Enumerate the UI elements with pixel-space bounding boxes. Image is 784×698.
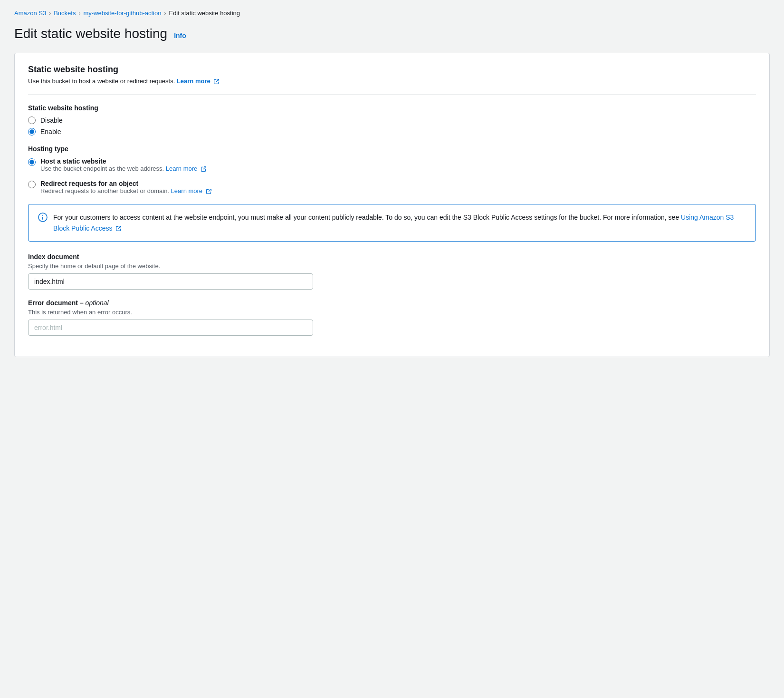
divider-1 — [28, 94, 756, 95]
breadcrumb-current: Edit static website hosting — [169, 10, 240, 17]
info-box-text: For your customers to access content at … — [53, 212, 746, 233]
info-link[interactable]: Info — [174, 32, 186, 39]
redirect-option[interactable]: Redirect requests for an object Redirect… — [28, 180, 756, 194]
error-doc-label: Error document – optional — [28, 299, 756, 307]
redirect-radio[interactable] — [28, 181, 36, 188]
page-header: Edit static website hosting Info — [14, 26, 770, 41]
enable-label: Enable — [40, 128, 61, 136]
index-doc-desc: Specify the home or default page of the … — [28, 262, 756, 270]
error-doc-field: Error document – optional This is return… — [28, 299, 756, 336]
svg-rect-1 — [42, 217, 43, 220]
redirect-learn-more[interactable]: Learn more — [171, 187, 212, 194]
hosting-type-group: Hosting type Host a static website Use t… — [28, 145, 756, 194]
host-static-learn-label: Learn more — [166, 165, 197, 172]
breadcrumb-sep-1: › — [49, 10, 51, 17]
hosting-type-label: Hosting type — [28, 145, 756, 153]
external-link-icon-2 — [201, 166, 207, 172]
host-static-desc-text: Use the bucket endpoint as the web addre… — [40, 165, 164, 172]
enable-option[interactable]: Enable — [28, 128, 756, 136]
index-doc-input[interactable] — [28, 273, 313, 290]
card-section-desc: Use this bucket to host a website or red… — [28, 78, 756, 85]
error-doc-input[interactable] — [28, 320, 313, 336]
breadcrumb-buckets[interactable]: Buckets — [54, 10, 76, 17]
disable-option[interactable]: Disable — [28, 116, 756, 124]
static-hosting-label: Static website hosting — [28, 104, 756, 112]
static-hosting-group: Static website hosting Disable Enable — [28, 104, 756, 136]
breadcrumb: Amazon S3 › Buckets › my-website-for-git… — [14, 10, 770, 17]
error-doc-label-text: Error document — [28, 299, 78, 307]
redirect-desc-text: Redirect requests to another bucket or d… — [40, 187, 169, 194]
learn-more-label-1: Learn more — [177, 78, 210, 85]
breadcrumb-amazon-s3[interactable]: Amazon S3 — [14, 10, 46, 17]
card-section-title: Static website hosting — [28, 65, 756, 75]
error-doc-desc: This is returned when an error occurs. — [28, 309, 756, 316]
external-link-icon-3 — [206, 188, 212, 194]
error-doc-dash: – — [80, 299, 86, 307]
card-desc-text: Use this bucket to host a website or red… — [28, 78, 175, 85]
external-link-icon-1 — [213, 78, 220, 85]
info-box: For your customers to access content at … — [28, 204, 756, 242]
card-header-section: Static website hosting Use this bucket t… — [28, 65, 756, 85]
breadcrumb-sep-3: › — [164, 10, 166, 17]
svg-rect-2 — [42, 215, 43, 216]
redirect-title: Redirect requests for an object — [40, 180, 212, 187]
host-static-radio[interactable] — [28, 158, 36, 166]
learn-more-link-1[interactable]: Learn more — [177, 78, 220, 85]
breadcrumb-bucket-name[interactable]: my-website-for-github-action — [83, 10, 161, 17]
info-circle-icon — [38, 213, 48, 223]
host-static-desc: Use the bucket endpoint as the web addre… — [40, 165, 207, 172]
enable-radio[interactable] — [28, 128, 36, 136]
host-static-title: Host a static website — [40, 157, 207, 165]
main-card: Static website hosting Use this bucket t… — [14, 53, 770, 357]
info-box-message: For your customers to access content at … — [53, 213, 679, 221]
index-doc-field: Index document Specify the home or defau… — [28, 253, 756, 290]
redirect-content: Redirect requests for an object Redirect… — [40, 180, 212, 194]
index-doc-label: Index document — [28, 253, 756, 261]
redirect-learn-label: Learn more — [171, 187, 202, 194]
redirect-desc: Redirect requests to another bucket or d… — [40, 187, 212, 194]
disable-label: Disable — [40, 116, 63, 124]
host-static-option[interactable]: Host a static website Use the bucket end… — [28, 157, 756, 172]
error-doc-optional: optional — [86, 299, 109, 307]
breadcrumb-sep-2: › — [78, 10, 80, 17]
page-title: Edit static website hosting — [14, 26, 167, 41]
host-static-learn-more[interactable]: Learn more — [166, 165, 207, 172]
external-link-icon-4 — [115, 225, 122, 232]
host-static-content: Host a static website Use the bucket end… — [40, 157, 207, 172]
disable-radio[interactable] — [28, 116, 36, 124]
